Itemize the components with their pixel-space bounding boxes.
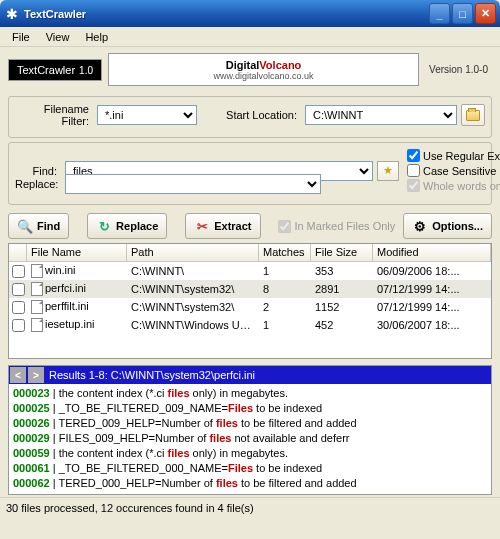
- col-matches[interactable]: Matches: [259, 244, 311, 261]
- extract-button[interactable]: ✂Extract: [185, 213, 260, 239]
- regex-checkbox[interactable]: Use Regular Expressions: [407, 149, 485, 162]
- status-text: 30 files processed, 12 occurences found …: [6, 502, 254, 514]
- preview-header: < > Results 1-8: C:\WINNT\system32\perfc…: [9, 366, 491, 384]
- logo-digitalvolcano: DigitalVolcano www.digitalvolcano.co.uk: [108, 53, 419, 86]
- result-line: 000029 | FILES_009_HELP=Number of files …: [13, 431, 487, 446]
- star-icon: ★: [383, 164, 393, 177]
- window-title: TextCrawler: [24, 8, 429, 20]
- start-location-combo[interactable]: C:\WINNT: [305, 105, 457, 125]
- search-panel: Find: files ★ Use Regular Expressions Ca…: [8, 142, 492, 205]
- version-label: Version 1.0-0: [425, 64, 492, 75]
- table-header: File Name Path Matches File Size Modifie…: [9, 244, 491, 262]
- file-icon: [31, 300, 43, 314]
- find-button[interactable]: 🔍Find: [8, 213, 69, 239]
- replace-button[interactable]: ↻Replace: [87, 213, 167, 239]
- minimize-button[interactable]: _: [429, 3, 450, 24]
- menu-file[interactable]: File: [4, 29, 38, 45]
- filename-filter-label: Filename Filter:: [15, 103, 93, 127]
- table-row[interactable]: iesetup.iniC:\WINNT\Windows Updat...1452…: [9, 316, 491, 334]
- preview-title: Results 1-8: C:\WINNT\system32\perfci.in…: [45, 369, 255, 381]
- table-row[interactable]: win.iniC:\WINNT\135306/09/2006 18:...: [9, 262, 491, 280]
- find-label: Find:: [15, 165, 61, 177]
- whole-words-checkbox: Whole words only: [407, 179, 485, 192]
- toolbar: 🔍Find ↻Replace ✂Extract In Marked Files …: [0, 209, 500, 243]
- favorites-button[interactable]: ★: [377, 161, 399, 181]
- menubar: File View Help: [0, 27, 500, 47]
- result-line: 000062 | TERED_000_HELP=Number of files …: [13, 476, 487, 491]
- start-location-label: Start Location:: [223, 109, 301, 121]
- file-icon: [31, 264, 43, 278]
- preview-panel: < > Results 1-8: C:\WINNT\system32\perfc…: [8, 365, 492, 495]
- result-line: 000023 | the content index (*.ci files o…: [13, 386, 487, 401]
- row-checkbox[interactable]: [12, 283, 25, 296]
- statusbar: 30 files processed, 12 occurences found …: [0, 497, 500, 517]
- result-line: 000065 | FILES_000_HELP=Number of files …: [13, 491, 487, 494]
- browse-folder-button[interactable]: [461, 104, 485, 126]
- table-row[interactable]: perffilt.iniC:\WINNT\system32\2115207/12…: [9, 298, 491, 316]
- logo-textcrawler: TextCrawler 1.0: [8, 59, 102, 81]
- col-filesize[interactable]: File Size: [311, 244, 373, 261]
- result-line: 000026 | TERED_009_HELP=Number of files …: [13, 416, 487, 431]
- results-table: File Name Path Matches File Size Modifie…: [8, 243, 492, 359]
- case-checkbox[interactable]: Case Sensitive: [407, 164, 485, 177]
- next-result-button[interactable]: >: [28, 367, 44, 383]
- result-line: 000059 | the content index (*.ci files o…: [13, 446, 487, 461]
- marked-only-checkbox: In Marked Files Only: [278, 220, 395, 233]
- extract-icon: ✂: [194, 218, 210, 234]
- find-icon: 🔍: [17, 218, 33, 234]
- logo-text: TextCrawler: [17, 64, 75, 76]
- file-icon: [31, 318, 43, 332]
- preview-body: 000023 | the content index (*.ci files o…: [9, 384, 491, 494]
- filter-panel: Filename Filter: *.ini Start Location: C…: [8, 96, 492, 138]
- result-line: 000025 | _TO_BE_FILTERED_009_NAME=Files …: [13, 401, 487, 416]
- menu-view[interactable]: View: [38, 29, 78, 45]
- table-row[interactable]: perfci.iniC:\WINNT\system32\8289107/12/1…: [9, 280, 491, 298]
- row-checkbox[interactable]: [12, 265, 25, 278]
- col-path[interactable]: Path: [127, 244, 259, 261]
- col-modified[interactable]: Modified: [373, 244, 491, 261]
- result-line: 000061 | _TO_BE_FILTERED_000_NAME=Files …: [13, 461, 487, 476]
- replace-icon: ↻: [96, 218, 112, 234]
- col-filename[interactable]: File Name: [27, 244, 127, 261]
- banner: TextCrawler 1.0 DigitalVolcano www.digit…: [0, 47, 500, 92]
- maximize-button[interactable]: □: [452, 3, 473, 24]
- replace-label: Replace:: [15, 178, 61, 190]
- row-checkbox[interactable]: [12, 319, 25, 332]
- col-checkbox[interactable]: [9, 244, 27, 261]
- logo-version: 1.0: [79, 65, 93, 76]
- prev-result-button[interactable]: <: [10, 367, 26, 383]
- folder-icon: [466, 110, 480, 121]
- app-icon: ✱: [4, 6, 20, 22]
- file-icon: [31, 282, 43, 296]
- filename-filter-combo[interactable]: *.ini: [97, 105, 197, 125]
- logo-url: www.digitalvolcano.co.uk: [117, 72, 410, 82]
- close-button[interactable]: ✕: [475, 3, 496, 24]
- replace-combo[interactable]: [65, 174, 321, 194]
- options-button[interactable]: ⚙Options...: [403, 213, 492, 239]
- titlebar: ✱ TextCrawler _ □ ✕: [0, 0, 500, 27]
- gear-icon: ⚙: [412, 218, 428, 234]
- row-checkbox[interactable]: [12, 301, 25, 314]
- menu-help[interactable]: Help: [77, 29, 116, 45]
